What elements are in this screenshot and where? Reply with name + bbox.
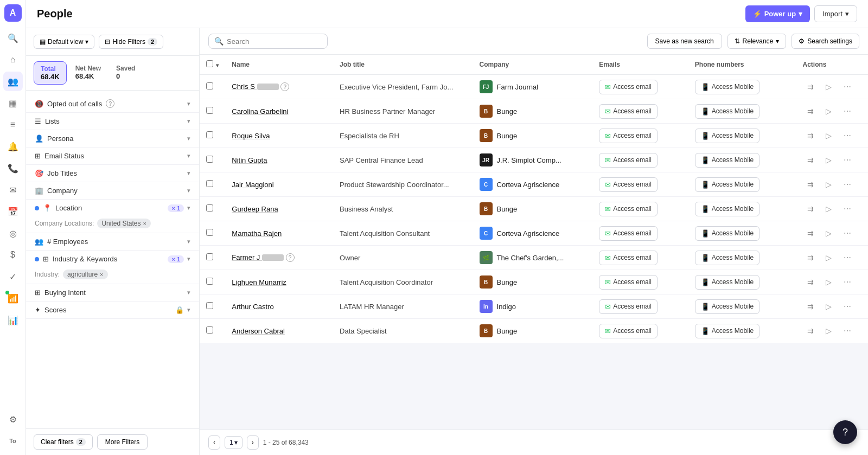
access-mobile-button[interactable]: 📱 Access Mobile	[695, 275, 760, 290]
person-name-link[interactable]: Farmer J	[232, 253, 284, 261]
access-mobile-button[interactable]: 📱 Access Mobile	[695, 299, 760, 314]
person-name-link[interactable]: Arthur Castro	[232, 303, 273, 311]
action-sequence-icon[interactable]: ⇉	[803, 250, 818, 265]
filter-industry-header[interactable]: ⊞ Industry & Keywords × 1 ▾	[26, 251, 199, 267]
filter-buying-intent-header[interactable]: ⊞ Buying Intent ▾	[26, 284, 199, 301]
industry-tag[interactable]: agriculture ×	[63, 270, 107, 279]
filter-company-header[interactable]: 🏢 Company ▾	[26, 182, 199, 199]
person-name-link[interactable]: Lighuen Munarriz	[232, 278, 286, 286]
action-sequence-icon[interactable]: ⇉	[803, 226, 818, 241]
stat-saved[interactable]: Saved 0	[110, 61, 142, 85]
action-send-icon[interactable]: ▷	[821, 274, 837, 290]
row-checkbox[interactable]	[206, 82, 213, 89]
page-select[interactable]: 1 ▾	[225, 436, 242, 449]
action-send-icon[interactable]: ▷	[821, 226, 837, 241]
access-mobile-button[interactable]: 📱 Access Mobile	[695, 80, 760, 94]
more-filters-button[interactable]: More Filters	[97, 434, 148, 450]
access-email-button[interactable]: ✉ Access email	[599, 153, 658, 168]
search-box[interactable]: 🔍	[208, 34, 328, 49]
access-email-button[interactable]: ✉ Access email	[599, 275, 658, 290]
nav-target[interactable]: ◎	[3, 223, 23, 243]
access-mobile-button[interactable]: 📱 Access Mobile	[695, 324, 760, 338]
nav-check[interactable]: ✓	[3, 267, 23, 286]
access-mobile-button[interactable]: 📱 Access Mobile	[695, 177, 760, 192]
access-email-button[interactable]: ✉ Access email	[599, 80, 658, 94]
opted-out-help-icon[interactable]: ?	[106, 99, 114, 108]
access-email-button[interactable]: ✉ Access email	[599, 202, 658, 216]
location-tag-close[interactable]: ×	[143, 220, 146, 227]
access-mobile-button[interactable]: 📱 Access Mobile	[695, 226, 760, 241]
action-sequence-icon[interactable]: ⇉	[803, 104, 818, 119]
action-send-icon[interactable]: ▷	[821, 152, 837, 168]
row-checkbox[interactable]	[206, 156, 213, 163]
power-up-button[interactable]: ⚡ Power up ▾	[745, 5, 810, 22]
person-name-link[interactable]: Gurdeep Rana	[232, 205, 278, 213]
access-email-button[interactable]: ✉ Access email	[599, 129, 658, 143]
action-more-icon[interactable]: ⋯	[840, 323, 855, 338]
filter-job-titles-header[interactable]: 🎯 Job Titles ▾	[26, 165, 199, 182]
action-send-icon[interactable]: ▷	[821, 177, 837, 192]
filter-lists-header[interactable]: ☰ Lists ▾	[26, 113, 199, 130]
action-sequence-icon[interactable]: ⇉	[803, 128, 818, 143]
location-tag[interactable]: United States ×	[97, 219, 150, 228]
action-send-icon[interactable]: ▷	[821, 79, 837, 94]
action-more-icon[interactable]: ⋯	[840, 79, 855, 94]
name-help-icon[interactable]: ?	[280, 82, 289, 91]
row-checkbox[interactable]	[206, 253, 213, 260]
nav-tag[interactable]: To	[3, 431, 23, 451]
nav-home[interactable]: ⌂	[3, 50, 23, 69]
person-name-link[interactable]: Nitin Gupta	[232, 156, 267, 164]
action-more-icon[interactable]: ⋯	[840, 104, 855, 119]
action-more-icon[interactable]: ⋯	[840, 250, 855, 265]
nav-signal[interactable]: 📶	[3, 289, 23, 308]
access-email-button[interactable]: ✉ Access email	[599, 324, 658, 338]
action-send-icon[interactable]: ▷	[821, 201, 837, 216]
next-page-button[interactable]: ›	[247, 435, 259, 450]
action-more-icon[interactable]: ⋯	[840, 201, 855, 216]
action-sequence-icon[interactable]: ⇉	[803, 299, 818, 314]
hide-filters-button[interactable]: ⊟ Hide Filters 2	[99, 35, 163, 49]
view-selector-button[interactable]: ▦ Default view ▾	[34, 35, 94, 49]
action-sequence-icon[interactable]: ⇉	[803, 79, 818, 94]
action-more-icon[interactable]: ⋯	[840, 152, 855, 168]
row-checkbox[interactable]	[206, 180, 213, 187]
row-checkbox[interactable]	[206, 204, 213, 212]
action-sequence-icon[interactable]: ⇉	[803, 201, 818, 216]
industry-tag-close[interactable]: ×	[100, 271, 103, 278]
clear-filters-button[interactable]: Clear filters 2	[34, 434, 93, 450]
access-mobile-button[interactable]: 📱 Access Mobile	[695, 104, 760, 119]
relevance-button[interactable]: ⇅ Relevance ▾	[727, 34, 787, 49]
nav-dollar[interactable]: $	[3, 245, 23, 265]
action-more-icon[interactable]: ⋯	[840, 299, 855, 314]
app-logo[interactable]: A	[4, 4, 22, 22]
filter-email-status-header[interactable]: ⊞ Email Status ▾	[26, 148, 199, 164]
nav-list[interactable]: ≡	[3, 115, 23, 134]
filter-opted-out-header[interactable]: 📵 Opted out of calls ? ▾	[26, 95, 199, 112]
row-checkbox[interactable]	[206, 326, 213, 334]
person-name-link[interactable]: Chris S	[232, 82, 278, 91]
search-settings-button[interactable]: ⚙ Search settings	[792, 34, 859, 49]
action-more-icon[interactable]: ⋯	[840, 177, 855, 192]
access-mobile-button[interactable]: 📱 Access Mobile	[695, 202, 760, 216]
nav-calendar[interactable]: 📅	[3, 202, 23, 221]
help-button[interactable]: ?	[833, 420, 857, 444]
access-email-button[interactable]: ✉ Access email	[599, 299, 658, 314]
action-sequence-icon[interactable]: ⇉	[803, 274, 818, 290]
action-more-icon[interactable]: ⋯	[840, 274, 855, 290]
row-checkbox[interactable]	[206, 229, 213, 236]
filter-persona-header[interactable]: 👤 Persona ▾	[26, 130, 199, 147]
search-input[interactable]	[227, 37, 322, 46]
action-send-icon[interactable]: ▷	[821, 323, 837, 338]
select-all-checkbox[interactable]	[206, 60, 213, 67]
nav-mail[interactable]: ✉	[3, 180, 23, 200]
action-more-icon[interactable]: ⋯	[840, 128, 855, 143]
row-checkbox[interactable]	[206, 107, 213, 114]
action-more-icon[interactable]: ⋯	[840, 226, 855, 241]
access-email-button[interactable]: ✉ Access email	[599, 251, 658, 265]
action-sequence-icon[interactable]: ⇉	[803, 323, 818, 338]
nav-grid[interactable]: ▦	[3, 93, 23, 113]
header-sort-icon[interactable]: ▾	[216, 62, 219, 68]
action-sequence-icon[interactable]: ⇉	[803, 177, 818, 192]
person-name-link[interactable]: Carolina Garbelini	[232, 107, 288, 116]
action-send-icon[interactable]: ▷	[821, 104, 837, 119]
